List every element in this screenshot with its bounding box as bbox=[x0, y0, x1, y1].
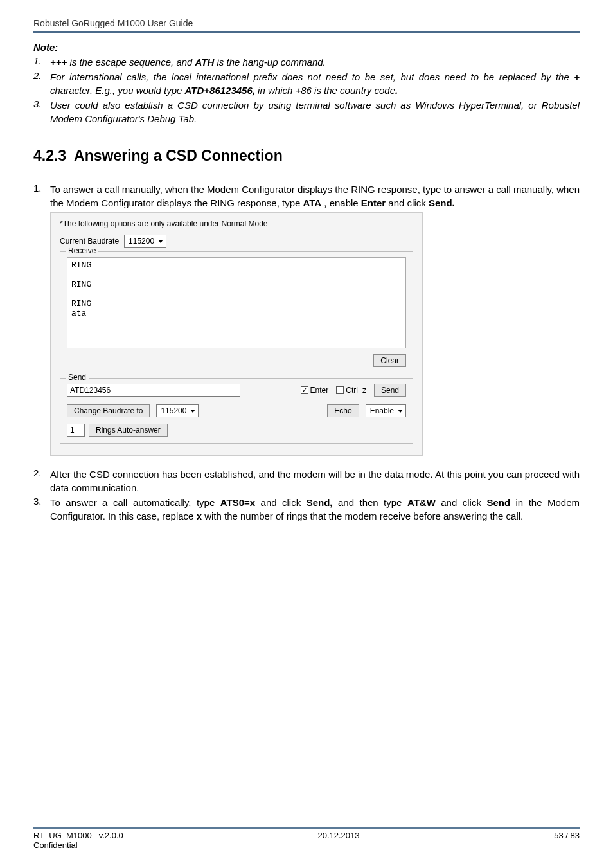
current-baud-row: Current Baudrate 115200 bbox=[60, 235, 413, 248]
body-text: To answer a call automatically, type ATS… bbox=[50, 496, 580, 523]
note-num: 3. bbox=[33, 98, 50, 125]
note-list: 1. +++ is the escape sequence, and ATH i… bbox=[33, 55, 580, 125]
note-text: For international calls, the local inter… bbox=[50, 70, 580, 97]
footer-page-num: 53 / 83 bbox=[554, 831, 580, 840]
send-legend: Send bbox=[66, 373, 89, 382]
change-baudrate-button[interactable]: Change Baudrate to bbox=[67, 404, 150, 417]
send-row3: 1 Rings Auto-answer bbox=[67, 424, 406, 437]
receive-legend: Receive bbox=[66, 246, 98, 255]
body-list-top: 1. To answer a call manually, when the M… bbox=[33, 183, 580, 210]
receive-textarea[interactable]: RING RING RING ata bbox=[67, 257, 406, 348]
configurator-panel: *The following options are only availabl… bbox=[50, 212, 423, 456]
panel-hint: *The following options are only availabl… bbox=[60, 219, 413, 228]
clear-button[interactable]: Clear bbox=[373, 354, 406, 367]
note-item: 1. +++ is the escape sequence, and ATH i… bbox=[33, 55, 580, 69]
receive-fieldset: Receive RING RING RING ata Clear bbox=[60, 251, 413, 374]
enter-checkbox[interactable]: ✓ Enter bbox=[301, 386, 329, 395]
current-baud-select[interactable]: 115200 bbox=[124, 235, 166, 248]
note-colon: : bbox=[55, 42, 58, 53]
embedded-panel-wrap: *The following options are only availabl… bbox=[50, 212, 580, 456]
send-input[interactable]: ATD123456 bbox=[67, 384, 240, 397]
header-rule bbox=[33, 31, 580, 33]
send-button[interactable]: Send bbox=[374, 384, 406, 397]
current-baud-label: Current Baudrate bbox=[60, 237, 119, 246]
body-item: 1. To answer a call manually, when the M… bbox=[33, 183, 580, 210]
footer-rule bbox=[33, 827, 580, 829]
body-text: After the CSD connection has been establ… bbox=[50, 467, 580, 494]
echo-select[interactable]: Enable bbox=[366, 404, 406, 417]
body-list-bottom: 2. After the CSD connection has been est… bbox=[33, 467, 580, 523]
body-num: 1. bbox=[33, 183, 50, 210]
rings-auto-answer-button[interactable]: Rings Auto-answer bbox=[89, 424, 168, 437]
note-item: 3. User could also establish a CSD conne… bbox=[33, 98, 580, 125]
note-text: User could also establish a CSD connecti… bbox=[50, 98, 580, 125]
send-row1: ATD123456 ✓ Enter Ctrl+z Send bbox=[67, 384, 406, 397]
echo-button[interactable]: Echo bbox=[327, 404, 359, 417]
doc-header-title: Robustel GoRugged M1000 User Guide bbox=[33, 18, 580, 28]
change-baudrate-select[interactable]: 115200 bbox=[156, 404, 199, 417]
note-label: Note: bbox=[33, 42, 580, 53]
footer-date: 20.12.2013 bbox=[317, 831, 359, 840]
note-text: +++ is the escape sequence, and ATH is t… bbox=[50, 55, 580, 69]
body-num: 2. bbox=[33, 467, 50, 494]
section-number: 4.2.3 bbox=[33, 147, 66, 164]
note-item: 2. For international calls, the local in… bbox=[33, 70, 580, 97]
send-row2: Change Baudrate to 115200 Echo Enable bbox=[67, 404, 406, 417]
footer-confidential: Confidential bbox=[33, 840, 580, 850]
note-num: 1. bbox=[33, 55, 50, 69]
footer-doc-id: RT_UG_M1000 _v.2.0.0 bbox=[33, 831, 123, 840]
checkbox-icon bbox=[336, 386, 344, 394]
enter-label: Enter bbox=[310, 386, 329, 395]
page-footer: RT_UG_M1000 _v.2.0.0 20.12.2013 53 / 83 … bbox=[33, 827, 580, 850]
ctrlz-label: Ctrl+z bbox=[346, 386, 366, 395]
note-num: 2. bbox=[33, 70, 50, 97]
body-text: To answer a call manually, when the Mode… bbox=[50, 183, 580, 210]
body-num: 3. bbox=[33, 496, 50, 523]
body-item: 2. After the CSD connection has been est… bbox=[33, 467, 580, 494]
section-heading: 4.2.3 Answering a CSD Connection bbox=[33, 147, 580, 165]
ctrlz-checkbox[interactable]: Ctrl+z bbox=[336, 386, 366, 395]
body-item: 3. To answer a call automatically, type … bbox=[33, 496, 580, 523]
send-fieldset: Send ATD123456 ✓ Enter Ctrl+z Send Chang… bbox=[60, 378, 413, 444]
checkbox-icon: ✓ bbox=[301, 386, 308, 394]
rings-input[interactable]: 1 bbox=[67, 424, 85, 437]
section-title: Answering a CSD Connection bbox=[74, 147, 283, 164]
note-label-text: Note bbox=[33, 42, 55, 53]
